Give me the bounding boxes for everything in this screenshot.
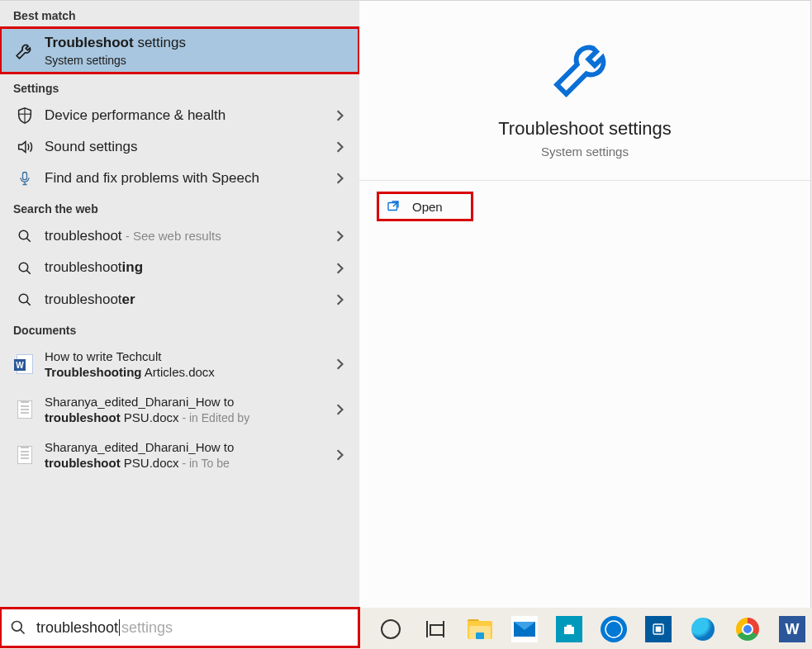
search-icon	[13, 261, 36, 276]
cortana-icon[interactable]	[375, 613, 406, 645]
section-best-match: Best match	[0, 1, 359, 27]
word-app-icon[interactable]: W	[776, 613, 808, 645]
chevron-right-icon	[330, 404, 349, 415]
mic-icon	[13, 169, 36, 187]
result-subtitle: System settings	[45, 54, 349, 67]
chevron-right-icon	[330, 141, 349, 153]
result-label: Device performance & health	[45, 107, 330, 125]
svg-point-2	[19, 263, 28, 272]
search-input[interactable]: troubleshoot settings	[0, 608, 359, 647]
search-text: troubleshoot settings	[36, 619, 173, 637]
file-explorer-icon[interactable]	[464, 613, 496, 645]
open-action[interactable]: Open	[378, 192, 472, 220]
search-icon	[10, 619, 26, 636]
doc-result-0[interactable]: W How to write Techcult Troubleshooting …	[0, 342, 359, 387]
chevron-right-icon	[330, 358, 349, 370]
chrome-icon[interactable]	[732, 613, 763, 645]
chevron-right-icon	[330, 294, 349, 306]
result-text: Troubleshoot settings System settings	[45, 34, 349, 67]
result-label: Sound settings	[45, 138, 330, 156]
open-label: Open	[412, 200, 443, 214]
svg-rect-8	[656, 627, 662, 632]
wrench-icon	[13, 40, 36, 61]
chevron-right-icon	[330, 110, 349, 121]
search-icon	[13, 292, 36, 307]
svg-rect-0	[23, 173, 27, 180]
document-icon	[13, 400, 36, 419]
svg-point-1	[19, 231, 28, 240]
chevron-right-icon	[330, 230, 349, 242]
chevron-right-icon	[330, 173, 349, 184]
dell-icon[interactable]	[598, 613, 629, 645]
app-icon[interactable]	[643, 613, 674, 645]
text-caret	[119, 619, 120, 636]
svg-point-5	[12, 622, 22, 632]
preview-hero: Troubleshoot settings System settings	[359, 1, 810, 180]
preview-actions: Open	[359, 181, 810, 232]
wrench-icon	[548, 29, 622, 103]
svg-point-3	[19, 294, 28, 303]
store-icon[interactable]	[553, 613, 585, 645]
mail-icon[interactable]	[509, 613, 540, 645]
title-rest: settings	[134, 35, 186, 50]
results-column: Best match Troubleshoot settings System …	[0, 1, 359, 608]
word-doc-icon: W	[13, 354, 36, 374]
chevron-right-icon	[330, 263, 349, 274]
web-result-2[interactable]: troubleshooter	[0, 284, 359, 315]
start-menu-search: Best match Troubleshoot settings System …	[0, 0, 811, 608]
sound-icon	[13, 138, 36, 156]
edge-icon[interactable]	[687, 613, 719, 645]
search-ghost: settings	[121, 619, 173, 637]
taskbar: W	[360, 609, 812, 649]
web-result-1[interactable]: troubleshooting	[0, 252, 359, 283]
settings-result-sound[interactable]: Sound settings	[0, 131, 359, 163]
settings-result-speech[interactable]: Find and fix problems with Speech	[0, 163, 359, 194]
task-view-icon[interactable]	[420, 613, 451, 645]
best-match-result[interactable]: Troubleshoot settings System settings	[0, 27, 359, 73]
document-icon	[13, 446, 36, 464]
web-result-0[interactable]: troubleshoot - See web results	[0, 220, 359, 252]
doc-result-1[interactable]: Sharanya_edited_Dharani_How to troublesh…	[0, 387, 359, 433]
settings-result-device-performance[interactable]: Device performance & health	[0, 100, 359, 131]
section-documents: Documents	[0, 315, 359, 342]
open-icon	[386, 199, 401, 214]
title-bold: Troubleshoot	[45, 35, 134, 50]
preview-subtitle: System settings	[541, 144, 629, 159]
chevron-right-icon	[330, 449, 349, 461]
preview-title: Troubleshoot settings	[498, 118, 672, 140]
svg-point-6	[605, 621, 622, 637]
section-settings: Settings	[0, 73, 359, 100]
section-web: Search the web	[0, 194, 359, 220]
shield-icon	[13, 107, 36, 125]
search-typed: troubleshoot	[36, 619, 118, 637]
result-label: Find and fix problems with Speech	[45, 169, 330, 187]
search-icon	[13, 229, 36, 244]
doc-result-2[interactable]: Sharanya_edited_Dharani_How to troublesh…	[0, 433, 359, 478]
preview-column: Troubleshoot settings System settings Op…	[359, 1, 810, 608]
